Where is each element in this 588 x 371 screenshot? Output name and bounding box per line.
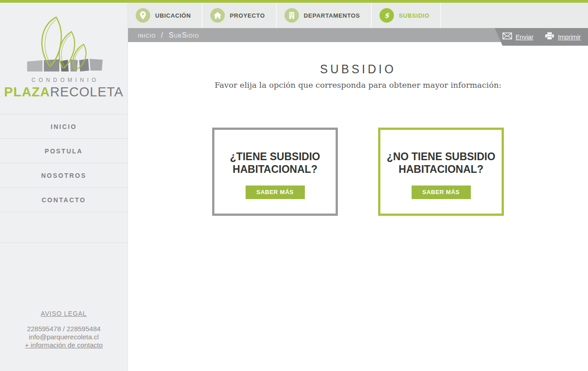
- breadcrumb-current: SubSidio: [169, 31, 199, 39]
- brand-logo[interactable]: CONDOMINIO PLAZARECOLETA: [0, 3, 128, 100]
- main-area: UBICACIÓN PROYECTO: [128, 3, 588, 371]
- phone-numbers: 228595478 / 228595484: [0, 325, 128, 333]
- print-label: Imprimir: [558, 33, 581, 41]
- saber-mas-button-tiene[interactable]: SABER MÁS: [246, 186, 305, 199]
- breadcrumb-separator: /: [161, 31, 163, 39]
- nav-item-proyecto[interactable]: PROYECTO: [203, 3, 277, 28]
- contact-info: 228595478 / 228595484 info@parquerecolet…: [0, 325, 128, 349]
- svg-text:$: $: [384, 11, 389, 19]
- nav-item-departamentos[interactable]: DEPARTAMENTOS: [277, 3, 372, 28]
- home-icon: [210, 8, 225, 23]
- printer-icon: [545, 32, 554, 42]
- breadcrumb: inicio / SubSidio: [138, 31, 199, 39]
- nav-item-subsidio[interactable]: $ SUBSIDIO: [372, 3, 441, 28]
- saber-mas-button-no-tiene[interactable]: SABER MÁS: [412, 186, 471, 199]
- building-icon: [285, 8, 299, 23]
- sidebar-item-contacto[interactable]: CONTACTO: [0, 188, 128, 212]
- logo-word-condominio: CONDOMINIO: [0, 77, 128, 83]
- send-link[interactable]: Enviar: [503, 33, 534, 41]
- logo-name: PLAZARECOLETA: [0, 85, 128, 100]
- nav-label: DEPARTAMENTOS: [304, 12, 360, 19]
- top-accent-bar: [0, 0, 588, 3]
- sidebar: CONDOMINIO PLAZARECOLETA INICIO POSTULA …: [0, 3, 128, 371]
- page-title: SUBSIDIO: [139, 62, 576, 76]
- logo-word-plaza: PLAZA: [4, 85, 50, 99]
- send-label: Enviar: [516, 33, 534, 41]
- sidebar-nav: INICIO POSTULA NOSOTROS CONTACTO: [0, 114, 128, 243]
- map-pin-icon: [136, 8, 150, 23]
- page-subtitle: Favor elija la opción que corresponda pa…: [128, 81, 588, 90]
- page: CONDOMINIO PLAZARECOLETA INICIO POSTULA …: [0, 0, 588, 371]
- logo-trees-icon: [21, 14, 107, 71]
- dollar-icon: $: [379, 8, 394, 23]
- nav-label: UBICACIÓN: [155, 12, 191, 19]
- nav-label: PROYECTO: [230, 12, 265, 19]
- card-heading: ¿TIENE SUBSIDIO HABITACIONAL?: [219, 150, 331, 176]
- envelope-icon: [503, 33, 512, 41]
- subsidy-options: ¿TIENE SUBSIDIO HABITACIONAL? SABER MÁS …: [128, 128, 588, 216]
- legal-notice-link[interactable]: AVISO LEGAL: [41, 310, 87, 317]
- content: SUBSIDIO Favor elija la opción que corre…: [128, 62, 588, 216]
- sidebar-item-postula[interactable]: POSTULA: [0, 139, 128, 163]
- logo-word-recoleta: RECOLETA: [50, 85, 123, 99]
- sidebar-spacer: [0, 212, 128, 243]
- breadcrumb-home[interactable]: inicio: [138, 31, 156, 39]
- card-tiene-subsidio: ¿TIENE SUBSIDIO HABITACIONAL? SABER MÁS: [212, 128, 338, 216]
- nav-label: SUBSIDIO: [399, 12, 430, 19]
- sidebar-item-inicio[interactable]: INICIO: [0, 114, 128, 139]
- top-nav: UBICACIÓN PROYECTO: [128, 3, 588, 28]
- card-no-tiene-subsidio: ¿NO TIENE SUBSIDIO HABITACIONAL? SABER M…: [378, 128, 504, 216]
- sidebar-footer: AVISO LEGAL 228595478 / 228595484 info@p…: [0, 309, 128, 349]
- sidebar-item-nosotros[interactable]: NOSOTROS: [0, 163, 128, 188]
- email-address: info@parquerecoleta.cl: [0, 333, 128, 341]
- print-link[interactable]: Imprimir: [545, 32, 581, 42]
- more-contact-link[interactable]: + información de contacto: [25, 341, 103, 349]
- nav-item-ubicacion[interactable]: UBICACIÓN: [128, 3, 203, 28]
- card-heading: ¿NO TIENE SUBSIDIO HABITACIONAL?: [385, 150, 497, 176]
- page-actions-tab: Enviar Imprimir: [495, 28, 588, 46]
